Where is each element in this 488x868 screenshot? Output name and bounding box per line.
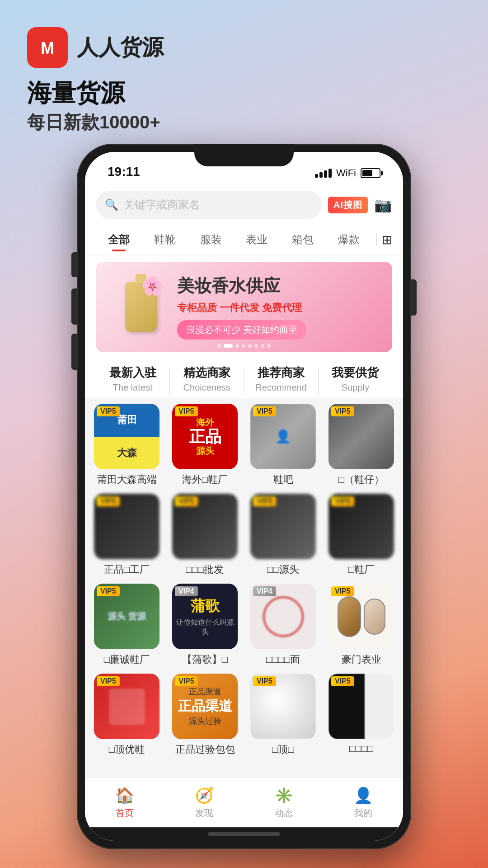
banner-button[interactable]: 浪漫必不可少 美好如约而至 <box>177 320 306 340</box>
merchant-avatar-red1: VIP5 <box>94 674 160 739</box>
banner-dots <box>217 344 271 348</box>
merchant-name-putian: 莆田大森高端 <box>94 473 160 486</box>
vip-badge-watch: VIP5 <box>331 586 354 596</box>
grid-view-icon[interactable]: ⊞ <box>382 232 392 247</box>
vol-up-button <box>71 288 77 325</box>
category-tab-all[interactable]: 全部 <box>96 229 142 250</box>
putian-top-text: 莆田 <box>117 413 137 427</box>
dot-6 <box>254 344 258 348</box>
ai-search-button[interactable]: AI搜图 <box>328 197 368 213</box>
merchant-avatar-xieba: VIP5 👤 <box>250 404 316 469</box>
merchant-avatar-orange: VIP5 正品渠道 正品渠道 源头过验 <box>172 674 238 739</box>
search-area: 🔍 关键字或商家名 AI搜图 📷 <box>85 184 403 224</box>
merchant-card-white1[interactable]: VIP5 □顶□ <box>247 674 319 756</box>
orange-bot: 源头过验 <box>189 716 221 726</box>
dot-7 <box>261 344 264 348</box>
merchant-card-dark3[interactable]: VIP5 □□源头 <box>247 494 319 576</box>
nav-profile-label: 我的 <box>354 807 372 819</box>
merchant-avatar-putian: VIP5 莆田 大森 <box>94 404 160 469</box>
banner-title: 美妆香水供应 <box>177 274 383 297</box>
status-time: 19:11 <box>108 165 140 179</box>
merchant-name-circle: □□□□面 <box>250 653 316 666</box>
brand-name: 人人货源 <box>77 33 164 62</box>
vip-badge-dark2: VIP5 <box>175 496 198 506</box>
puge-title: 蒲歌 <box>191 596 220 616</box>
tab-divider <box>376 233 377 246</box>
nav-dynamic[interactable]: ✳️ 动态 <box>244 786 324 819</box>
nav-dynamic-label: 动态 <box>275 807 293 819</box>
merchant-name-dark3: □□源头 <box>250 563 316 576</box>
merchant-card-circle[interactable]: VIP4 □□□□面 <box>247 584 319 666</box>
vip-badge-puge: VIP4 <box>175 586 198 596</box>
nav-discover-label: 发现 <box>195 807 213 819</box>
brand-tagline: 海量货源 <box>27 77 461 110</box>
section-tab-choice-sub: Choiceness <box>170 382 244 393</box>
category-tab-clothing[interactable]: 服装 <box>188 229 234 250</box>
category-tab-bags[interactable]: 箱包 <box>280 229 326 250</box>
merchant-grid: VIP5 莆田 大森 莆田大森高端 VIP5 <box>85 398 403 778</box>
merchant-card-source[interactable]: VIP5 源头 货源 □廉诚鞋厂 <box>90 584 163 666</box>
wifi-icon: WiFi <box>336 167 356 179</box>
merchant-name-watch: 豪门表业 <box>328 653 394 666</box>
merchant-card-bw[interactable]: VIP5 □□□□ <box>325 674 398 756</box>
svg-text:M: M <box>41 39 54 57</box>
section-tab-recommend[interactable]: 推荐商家 Recommend <box>244 365 318 398</box>
bottom-nav: 🏠 首页 🧭 发现 ✳️ 动态 👤 我的 <box>85 778 403 827</box>
battery-icon <box>361 168 380 178</box>
merchant-card-dark1[interactable]: VIP5 正品□工厂 <box>90 494 163 576</box>
merchant-card-dark2[interactable]: VIP5 □□□批发 <box>169 494 241 576</box>
section-tab-choice-main: 精选商家 <box>170 365 244 381</box>
camera-button[interactable]: 📷 <box>374 196 392 213</box>
merchant-card-xiezai[interactable]: VIP5 □（鞋仔） <box>325 404 398 486</box>
category-tab-watches[interactable]: 表业 <box>234 229 280 250</box>
banner-image: 🌸 <box>105 266 177 348</box>
app-content: 🔍 关键字或商家名 AI搜图 📷 全部 鞋靴 服装 表业 箱包 爆款 ⊞ <box>85 184 403 841</box>
section-tabs: 最新入驻 The latest 精选商家 Choiceness 推荐商家 Rec… <box>85 359 403 398</box>
search-input[interactable]: 关键字或商家名 <box>124 198 200 212</box>
vip-badge-white1: VIP5 <box>253 676 276 686</box>
section-tab-supply[interactable]: 我要供货 Supply <box>319 365 392 398</box>
nav-profile[interactable]: 👤 我的 <box>324 786 403 819</box>
merchant-card-haiwai[interactable]: VIP5 海外 正品 源头 海外□鞋厂 <box>169 404 241 486</box>
merchant-name-dark1: 正品□工厂 <box>94 563 160 576</box>
vip-badge-xieba: VIP5 <box>253 406 276 416</box>
banner-subtitle: 专柜品质 一件代发 免费代理 <box>177 301 383 315</box>
vip-badge-orange: VIP5 <box>175 676 198 686</box>
nav-discover[interactable]: 🧭 发现 <box>164 786 244 819</box>
vip-badge-circle: VIP4 <box>253 586 276 596</box>
category-tab-shoes[interactable]: 鞋靴 <box>142 229 188 250</box>
banner[interactable]: 🌸 美妆香水供应 专柜品质 一件代发 免费代理 浪漫必不可少 美好如约而至 <box>96 262 392 352</box>
merchant-row-4: VIP5 □顶优鞋 VIP5 正品渠道 正品渠道 <box>90 674 398 756</box>
category-tab-hot[interactable]: 爆款 <box>326 229 372 250</box>
merchant-avatar-dark1: VIP5 <box>94 494 160 559</box>
merchant-card-puge[interactable]: VIP4 蒲歌 让你知道什么叫源头 【蒲歌】□ <box>169 584 241 666</box>
nav-home[interactable]: 🏠 首页 <box>85 786 164 819</box>
phone-screen: 19:11 WiFi 🔍 关键字或商家名 <box>85 152 403 841</box>
merchant-avatar-source: VIP5 源头 货源 <box>94 584 160 649</box>
phone-shell: 19:11 WiFi 🔍 关键字或商家名 <box>77 144 411 849</box>
merchant-card-red1[interactable]: VIP5 □顶优鞋 <box>90 674 163 756</box>
merchant-card-putian[interactable]: VIP5 莆田 大森 莆田大森高端 <box>90 404 163 486</box>
merchant-card-xieba[interactable]: VIP5 👤 鞋吧 <box>247 404 319 486</box>
merchant-card-dark4[interactable]: VIP5 □鞋厂 <box>325 494 398 576</box>
vol-down-button <box>71 334 77 370</box>
dot-2 <box>224 344 233 348</box>
vip-badge-haiwai: VIP5 <box>175 406 198 416</box>
vip-badge-dark1: VIP5 <box>97 496 120 506</box>
mute-button <box>71 252 77 277</box>
home-bar <box>208 832 280 836</box>
section-tab-choice[interactable]: 精选商家 Choiceness <box>170 365 244 398</box>
section-tab-latest-sub: The latest <box>96 382 169 393</box>
section-tab-latest[interactable]: 最新入驻 The latest <box>96 365 169 398</box>
merchant-card-watch[interactable]: VIP5 豪门表业 <box>325 584 398 666</box>
home-indicator <box>85 827 403 841</box>
vip-badge-source: VIP5 <box>97 586 120 596</box>
nav-home-label: 首页 <box>116 807 134 819</box>
merchant-card-orange[interactable]: VIP5 正品渠道 正品渠道 源头过验 正品过验包包 <box>169 674 241 756</box>
haiwai-row2: 正品 <box>189 429 221 445</box>
search-box[interactable]: 🔍 关键字或商家名 <box>96 191 322 219</box>
putian-bottom-text: 大森 <box>117 446 137 460</box>
app-logo: M <box>27 27 68 68</box>
merchant-name-xiezai: □（鞋仔） <box>328 473 394 486</box>
vip-badge: VIP5 <box>97 406 120 416</box>
